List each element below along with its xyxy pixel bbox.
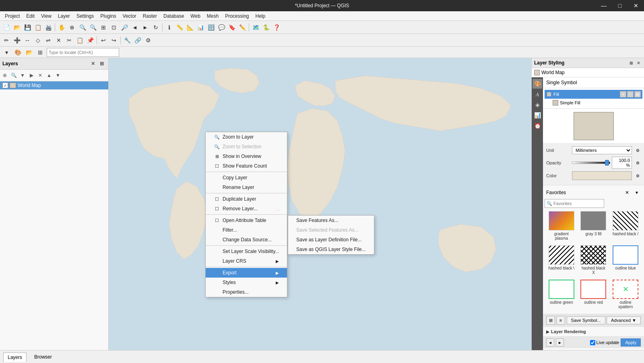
ctx-rename-layer[interactable]: Rename Layer: [206, 183, 287, 192]
spatial-bookmark-btn[interactable]: 🔖: [227, 23, 237, 32]
submenu-save-qgis-style[interactable]: Save as QGIS Layer Style File...: [288, 245, 374, 254]
apply-button[interactable]: Apply: [621, 338, 641, 346]
redo-btn[interactable]: ↪: [109, 35, 119, 45]
fill-add-btn[interactable]: +: [620, 91, 626, 97]
fav-hashed-x[interactable]: hashed black X: [578, 244, 609, 276]
ctx-show-overview[interactable]: ⊞ Show in Overview: [206, 151, 287, 161]
add-feature-btn[interactable]: ➕: [12, 35, 22, 45]
zoom-next-btn[interactable]: ►: [140, 23, 150, 32]
label-icon[interactable]: 𝐴: [533, 89, 542, 99]
color-options-btn[interactable]: ⚙: [634, 172, 641, 179]
ctx-layer-crs[interactable]: Layer CRS ▶: [206, 256, 287, 266]
grid-view-btn[interactable]: ⊞: [546, 316, 555, 325]
add-group-btn[interactable]: ⊕: [1, 71, 9, 79]
node-tool-btn[interactable]: ◇: [33, 35, 43, 45]
zoom-full-btn[interactable]: ⊞: [99, 23, 108, 32]
measure2-btn[interactable]: 📐: [185, 23, 195, 32]
menu-help[interactable]: Help: [252, 12, 269, 20]
ctx-open-attribute-table[interactable]: ☐ Open Attribute Table: [206, 216, 287, 225]
styling-close-btn[interactable]: ✕: [635, 60, 642, 66]
unit-select[interactable]: Millimeters Pixels Points: [572, 146, 632, 154]
fav-outline-red[interactable]: outline red: [578, 278, 609, 311]
advanced-button[interactable]: Advanced ▼: [607, 316, 641, 324]
layer-checkbox[interactable]: ✓: [2, 83, 8, 88]
pan-map-btn[interactable]: ✋: [57, 23, 66, 32]
layer-arrow-btn[interactable]: ⊞: [35, 48, 45, 57]
styling-float-btn[interactable]: ⊞: [628, 60, 634, 66]
new-project-btn[interactable]: 📄: [2, 23, 11, 32]
menu-plugins[interactable]: Plugins: [97, 12, 119, 20]
calculator-btn[interactable]: 🔢: [206, 23, 216, 32]
menu-processing[interactable]: Processing: [222, 12, 252, 20]
digitize-btn[interactable]: ✏: [2, 35, 11, 45]
identify-btn[interactable]: ℹ: [164, 23, 174, 32]
ctx-show-feature-count[interactable]: ☐ Show Feature Count: [206, 161, 287, 171]
maximize-button[interactable]: □: [612, 0, 628, 11]
favorites-clear-btn[interactable]: ✕: [623, 189, 631, 197]
menu-view[interactable]: View: [38, 12, 55, 20]
zoom-in-btn[interactable]: 🔍: [78, 23, 87, 32]
menu-vector[interactable]: Vector: [120, 12, 140, 20]
zoom-layer-btn[interactable]: ⊡: [109, 23, 119, 32]
ctx-properties[interactable]: Properties...: [206, 287, 287, 297]
layers-float-btn[interactable]: ⊞: [98, 60, 106, 68]
filter-layer-btn[interactable]: 🔍: [10, 71, 18, 79]
open-project-btn[interactable]: 📂: [12, 23, 22, 32]
menu-project[interactable]: Project: [2, 12, 23, 20]
submenu-save-layer-definition[interactable]: Save as Layer Definition File...: [288, 235, 374, 245]
paint-icon[interactable]: 🎨: [533, 79, 542, 89]
locator-input[interactable]: [47, 48, 119, 57]
fill-dup-btn[interactable]: ⊞: [634, 91, 641, 97]
live-update-checkbox[interactable]: [590, 340, 595, 345]
diagram-icon[interactable]: 📊: [533, 110, 542, 120]
ctx-remove-layer[interactable]: ☐ Remove Layer... .: [206, 204, 287, 214]
snapping-btn[interactable]: 🔧: [122, 35, 132, 45]
cut-features-btn[interactable]: ✂: [64, 35, 74, 45]
undo-btn[interactable]: ↩: [99, 35, 108, 45]
unit-options-btn[interactable]: ⚙: [634, 147, 641, 153]
expand-all-btn[interactable]: ▼: [19, 71, 27, 79]
move-down-btn[interactable]: ▼: [54, 71, 62, 79]
tab-browser[interactable]: Browser: [30, 352, 56, 361]
ctx-filter[interactable]: Filter...: [206, 225, 287, 235]
refresh-btn[interactable]: ↻: [151, 23, 161, 32]
enable-trace-btn[interactable]: 🔗: [133, 35, 142, 45]
tab-layers[interactable]: Layers: [3, 353, 27, 362]
move-feature-btn[interactable]: ↔: [23, 35, 32, 45]
close-button[interactable]: ✕: [628, 0, 644, 11]
menu-database[interactable]: Database: [160, 12, 187, 20]
forward-btn[interactable]: ►: [556, 338, 564, 346]
copy-features-btn[interactable]: 📋: [75, 35, 85, 45]
menu-edit[interactable]: Edit: [23, 12, 38, 20]
fill-item[interactable]: Fill + − ⊞: [545, 90, 642, 99]
current-layer-btn[interactable]: ▾: [2, 48, 11, 57]
history-icon[interactable]: ⏰: [533, 121, 542, 131]
menu-web[interactable]: Web: [187, 12, 203, 20]
map-canvas[interactable]: 🔍 Zoom to Layer 🔍 Zoom to Selection ⊞ Sh…: [109, 58, 531, 350]
fav-hashed-slash[interactable]: hashed black /: [610, 210, 641, 242]
favorites-settings-btn[interactable]: ▾: [633, 189, 641, 197]
ctx-scale-visibility[interactable]: Set Layer Scale Visibility...: [206, 247, 287, 256]
fill-del-btn[interactable]: −: [627, 91, 634, 97]
list-view-btn[interactable]: ≡: [556, 316, 565, 325]
submenu-save-features-as[interactable]: Save Features As...: [288, 216, 374, 225]
ctx-zoom-to-layer[interactable]: 🔍 Zoom to Layer: [206, 132, 287, 142]
save-as-btn[interactable]: 📋: [33, 23, 43, 32]
atlas-btn[interactable]: 🗺️: [251, 23, 260, 32]
collapse-all-btn[interactable]: ▶: [27, 71, 35, 79]
pan-map2-btn[interactable]: ⊕: [67, 23, 77, 32]
open-layer-style-dock-btn[interactable]: ✕: [89, 60, 97, 68]
save-project-btn[interactable]: 💾: [23, 23, 32, 32]
python-btn[interactable]: 🐍: [261, 23, 271, 32]
color-swatch[interactable]: [572, 171, 632, 180]
layer-item-worldmap[interactable]: ✓ World Map: [0, 81, 108, 89]
map-tips-btn[interactable]: 💬: [217, 23, 226, 32]
ctx-export[interactable]: Export ▶: [206, 268, 287, 278]
help-btn[interactable]: ❓: [272, 23, 281, 32]
minimize-button[interactable]: —: [596, 0, 612, 11]
fav-gradient-plasma[interactable]: gradient plasma: [546, 210, 577, 242]
fav-outline-xpattern[interactable]: outline xpattern: [610, 278, 641, 311]
menu-settings[interactable]: Settings: [73, 12, 97, 20]
fav-hashed-back[interactable]: hashed black \: [546, 244, 577, 276]
layer-rendering-header[interactable]: ▶ Layer Rendering: [546, 329, 641, 334]
